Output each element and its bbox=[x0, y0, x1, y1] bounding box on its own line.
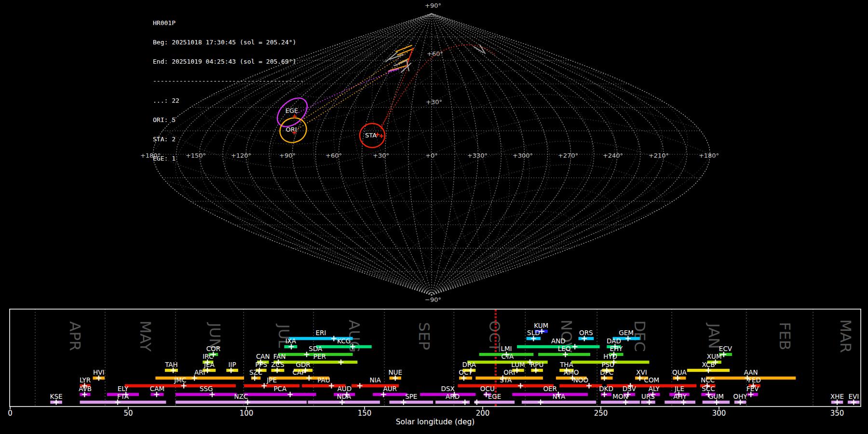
shower-peak-marker bbox=[721, 352, 726, 357]
shower-code-label: DSX bbox=[441, 385, 455, 393]
shower-code-label: PER bbox=[313, 353, 326, 360]
meteor-trail bbox=[298, 58, 410, 129]
shower-peak-marker bbox=[582, 336, 587, 341]
shower-code-label: PAU bbox=[317, 376, 330, 384]
shower-code-label: SCC bbox=[702, 385, 715, 393]
shower-code-label: LMI bbox=[501, 345, 512, 353]
x-tick-label: 100 bbox=[240, 409, 254, 418]
radiant-ORI: ORI bbox=[276, 114, 311, 147]
shower-code-label: NCC bbox=[701, 376, 715, 384]
shower-ORS: ORS bbox=[578, 329, 594, 341]
shower-code-label: SLD bbox=[527, 329, 540, 337]
shower-peak-marker bbox=[229, 368, 234, 373]
shower-peak-marker bbox=[401, 400, 406, 405]
shower-code-label: NUE bbox=[388, 368, 402, 376]
shower-ZCS: ZCS bbox=[271, 361, 284, 373]
shower-code-label: SDA bbox=[309, 345, 323, 353]
shower-code-label: SZC bbox=[249, 368, 262, 376]
shower-peak-marker bbox=[538, 400, 543, 405]
shower-peak-marker bbox=[381, 392, 386, 397]
shower-code-label: AVB bbox=[79, 385, 92, 393]
shower-AHY: AHY bbox=[665, 393, 695, 405]
longitude-label: +0° bbox=[425, 152, 438, 159]
shower-code-label: XHE bbox=[830, 393, 844, 400]
month-label: MAY bbox=[137, 321, 154, 352]
shower-OCT: OCT bbox=[459, 368, 473, 381]
shower-code-label: URS bbox=[641, 393, 655, 400]
shower-peak-marker bbox=[245, 400, 250, 405]
shower-peak-marker bbox=[623, 400, 628, 405]
shower-code-label: IRC bbox=[203, 353, 213, 360]
shower-code-label: AHY bbox=[673, 393, 687, 400]
shower-XCB: XCB bbox=[687, 361, 730, 373]
shower-code-label: GDR bbox=[296, 361, 310, 368]
shower-code-label: FEV bbox=[746, 385, 759, 393]
shower-code-label: ERI bbox=[315, 329, 326, 337]
shower-peak-marker bbox=[261, 383, 267, 389]
shower-code-label: MON bbox=[612, 393, 628, 400]
shower-code-label: DKD bbox=[599, 385, 613, 393]
x-tick-label: 150 bbox=[358, 409, 372, 418]
shower-code-label: AMO bbox=[564, 368, 579, 376]
shower-code-label: CAM bbox=[150, 385, 164, 393]
shower-code-label: ALY bbox=[649, 385, 660, 393]
shower-code-label: NTA bbox=[553, 393, 566, 400]
shower-code-label: JPE bbox=[266, 376, 277, 384]
shower-code-label: SSG bbox=[200, 385, 213, 393]
shower-peak-marker bbox=[681, 400, 686, 405]
shower-EGE: EGE bbox=[474, 393, 515, 405]
shower-peak-marker bbox=[154, 392, 159, 397]
shower-code-label: GUM bbox=[708, 393, 724, 400]
longitude-label: +300° bbox=[513, 152, 533, 159]
shower-DPC: DPC bbox=[600, 368, 613, 381]
shower-peak-marker bbox=[851, 400, 856, 405]
shower-activity-bar bbox=[282, 361, 358, 364]
shower-code-label: PSU bbox=[601, 361, 614, 368]
shower-code-label: GEM bbox=[619, 329, 634, 337]
shower-peak-marker bbox=[115, 400, 120, 405]
shower-peak-marker bbox=[54, 400, 59, 405]
shower-peak-marker bbox=[461, 376, 466, 381]
shower-code-label: COR bbox=[206, 345, 220, 353]
shower-code-label: IXA bbox=[285, 337, 297, 345]
shower-peak-marker bbox=[518, 383, 523, 389]
shower-code-label: AUD bbox=[338, 385, 352, 393]
shower-code-label: COM bbox=[644, 376, 659, 384]
meteor-tracks-solid bbox=[386, 45, 485, 72]
shower-code-label: EGE bbox=[488, 393, 502, 400]
shower-peak-marker bbox=[533, 368, 539, 373]
shower-code-label: NZC bbox=[234, 393, 248, 400]
shower-AVB: AVB bbox=[79, 385, 92, 397]
pole-label: −90° bbox=[425, 296, 441, 303]
shower-code-label: JMC bbox=[174, 376, 186, 384]
shower-activity-bar bbox=[176, 401, 307, 404]
shower-activity-bar bbox=[522, 401, 596, 404]
x-tick-label: 300 bbox=[712, 409, 726, 418]
month-label: FEB bbox=[776, 322, 794, 351]
shower-code-label: ARD bbox=[446, 393, 460, 400]
shower-code-label: NIA bbox=[369, 376, 381, 384]
shower-code-label: SPE bbox=[405, 393, 417, 400]
shower-code-label: DSV bbox=[623, 385, 637, 393]
shower-TAH: TAH bbox=[164, 361, 178, 373]
shower-code-label: THA bbox=[559, 361, 573, 368]
shower-peak-marker bbox=[393, 376, 398, 381]
shower-activity-bar bbox=[475, 401, 515, 404]
shower-code-label: HVI bbox=[93, 368, 104, 376]
shower-peak-marker bbox=[287, 392, 293, 397]
shower-code-label: HYD bbox=[603, 353, 617, 360]
longitude-label: +240° bbox=[603, 152, 623, 159]
shower-code-label: AUR bbox=[383, 385, 397, 393]
shower-code-label: AAN bbox=[744, 368, 758, 376]
shower-peak-marker bbox=[738, 400, 743, 405]
shower-code-label: LUM bbox=[511, 361, 525, 368]
shower-RPU: RPU bbox=[530, 361, 543, 373]
shower-code-label: OCU bbox=[480, 385, 495, 393]
shower-activity-bar bbox=[244, 384, 299, 387]
meteor-track bbox=[401, 63, 411, 72]
shower-peak-marker bbox=[96, 376, 101, 381]
shower-KSE: KSE bbox=[50, 393, 63, 405]
shower-code-label: CAP bbox=[293, 368, 306, 376]
shower-SZC: SZC bbox=[249, 368, 262, 381]
shower-DKD: DKD bbox=[599, 385, 613, 397]
